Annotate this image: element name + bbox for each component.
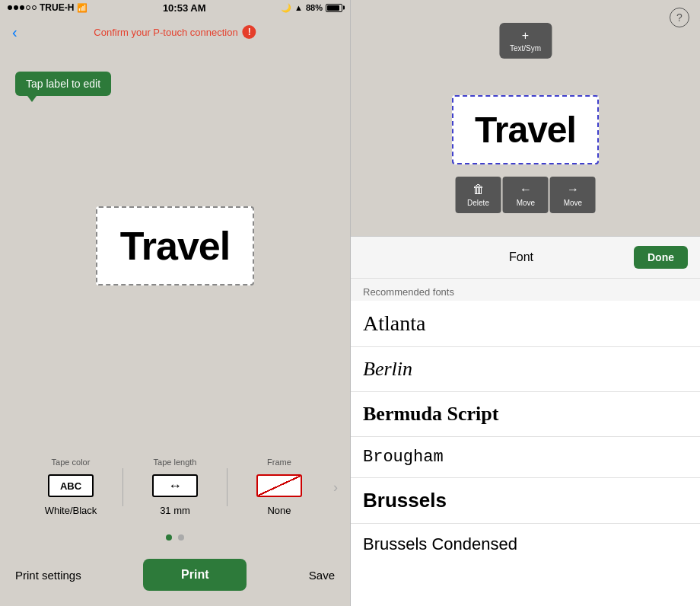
- status-right: 🌙 ▲ 88%: [281, 3, 342, 13]
- font-item-berlin[interactable]: Berlin: [351, 347, 700, 392]
- tape-length-col[interactable]: Tape length ↔ 31 mm: [127, 458, 223, 516]
- plus-icon: +: [522, 29, 529, 43]
- move-right-icon: →: [567, 183, 579, 196]
- tape-color-value: White/Black: [45, 505, 97, 516]
- font-name-atlanta: Atlanta: [363, 311, 425, 335]
- done-button[interactable]: Done: [634, 246, 688, 269]
- location-icon: ▲: [294, 3, 303, 12]
- font-name-brussels-condensed: Brussels Condensed: [363, 534, 517, 553]
- tape-color-icon: ABC: [48, 474, 94, 497]
- status-bar: TRUE-H 📶 10:53 AM 🌙 ▲ 88%: [0, 0, 350, 15]
- pagination-dots: [0, 524, 350, 551]
- font-panel: Font Done Recommended fonts Atlanta Berl…: [351, 236, 700, 606]
- recommended-label: Recommended fonts: [351, 279, 700, 301]
- action-bar: 🗑 Delete ← Move → Move: [455, 177, 596, 213]
- help-button[interactable]: ?: [670, 8, 689, 27]
- font-item-bermuda[interactable]: Bermuda Script: [351, 392, 700, 437]
- signal-dot-1: [8, 5, 12, 10]
- tape-divider-1: [123, 468, 123, 506]
- moon-icon: 🌙: [281, 3, 291, 13]
- canvas-area[interactable]: + Text/Sym Travel 🗑 Delete ← Move → Move: [351, 0, 700, 236]
- connection-warning: Confirm your P-touch connection !: [94, 25, 256, 39]
- tape-length-label: Tape length: [154, 458, 197, 467]
- tape-row: Tape color ABC White/Black Tape length ↔…: [0, 458, 350, 516]
- warning-icon: !: [243, 25, 256, 39]
- tape-frame-col[interactable]: Frame None: [231, 458, 327, 516]
- wifi-icon: 📶: [77, 3, 88, 13]
- page-dot-1: [166, 534, 172, 541]
- battery-percent: 88%: [306, 3, 323, 12]
- font-header: Font Done: [351, 237, 700, 279]
- tape-divider-2: [227, 468, 228, 506]
- print-button[interactable]: Print: [143, 559, 247, 591]
- tape-color-col[interactable]: Tape color ABC White/Black: [23, 458, 119, 516]
- left-panel: TRUE-H 📶 10:53 AM 🌙 ▲ 88% ‹ Confirm your…: [0, 0, 350, 606]
- font-name-bermuda: Bermuda Script: [363, 403, 498, 425]
- connection-warning-text: Confirm your P-touch connection: [94, 27, 237, 38]
- signal-dot-3: [20, 5, 24, 10]
- font-name-brussels: Brussels: [363, 489, 447, 512]
- label-box[interactable]: Travel: [96, 206, 254, 285]
- tooltip-text: Tap label to edit: [26, 78, 100, 90]
- delete-icon: 🗑: [473, 183, 485, 196]
- tape-settings: Tape color ABC White/Black Tape length ↔…: [0, 442, 350, 524]
- font-name-berlin: Berlin: [363, 358, 412, 380]
- selected-label-box[interactable]: Travel: [452, 95, 599, 164]
- move-right-button[interactable]: → Move: [550, 177, 596, 213]
- label-area[interactable]: Tap label to edit Travel: [0, 49, 350, 442]
- move-left-label: Move: [517, 199, 535, 207]
- bottom-actions: Print settings Print Save: [0, 551, 350, 606]
- selected-label-text: Travel: [475, 110, 576, 150]
- font-item-brussels-condensed[interactable]: Brussels Condensed: [351, 524, 700, 565]
- nav-bar: ‹ Confirm your P-touch connection !: [0, 15, 350, 49]
- font-name-brougham: Brougham: [363, 448, 444, 467]
- signal-dot-4: [26, 5, 30, 10]
- text-sym-label: Text/Sym: [510, 44, 541, 53]
- print-settings-label[interactable]: Print settings: [15, 569, 81, 582]
- move-left-button[interactable]: ← Move: [503, 177, 549, 213]
- tape-icon-text: ABC: [60, 480, 81, 492]
- font-item-brougham[interactable]: Brougham: [351, 437, 700, 478]
- label-text: Travel: [120, 224, 230, 268]
- tape-color-label: Tape color: [52, 458, 91, 467]
- tape-length-value: 31 mm: [160, 505, 190, 516]
- tape-frame-icon: [256, 474, 302, 497]
- font-item-brussels[interactable]: Brussels: [351, 478, 700, 524]
- font-panel-title: Font: [409, 250, 634, 264]
- delete-button[interactable]: 🗑 Delete: [455, 177, 501, 213]
- chevron-right-icon: ›: [333, 479, 338, 495]
- save-label[interactable]: Save: [309, 569, 335, 582]
- font-item-atlanta[interactable]: Atlanta: [351, 301, 700, 347]
- tape-length-icon: ↔: [152, 474, 198, 497]
- battery-icon: [326, 4, 342, 12]
- status-left: TRUE-H 📶: [8, 2, 88, 13]
- signal-dots: [8, 5, 37, 10]
- time-display: 10:53 AM: [163, 2, 206, 14]
- page-dot-2: [178, 534, 184, 541]
- text-sym-button[interactable]: + Text/Sym: [499, 23, 552, 59]
- back-button[interactable]: ‹: [12, 24, 18, 41]
- signal-dot-2: [14, 5, 18, 10]
- move-left-icon: ←: [520, 183, 532, 196]
- signal-dot-5: [32, 5, 37, 10]
- right-panel: ? + Text/Sym Travel 🗑 Delete ← Move → Mo…: [351, 0, 700, 606]
- carrier-label: TRUE-H: [40, 2, 74, 13]
- delete-label: Delete: [467, 199, 489, 207]
- tape-length-arrow: ↔: [168, 478, 182, 494]
- move-right-label: Move: [564, 199, 582, 207]
- font-list[interactable]: Atlanta Berlin Bermuda Script Brougham B…: [351, 301, 700, 606]
- battery-fill: [327, 5, 339, 11]
- tape-frame-label: Frame: [267, 458, 291, 467]
- tap-tooltip: Tap label to edit: [15, 72, 111, 96]
- tape-frame-value: None: [267, 505, 291, 516]
